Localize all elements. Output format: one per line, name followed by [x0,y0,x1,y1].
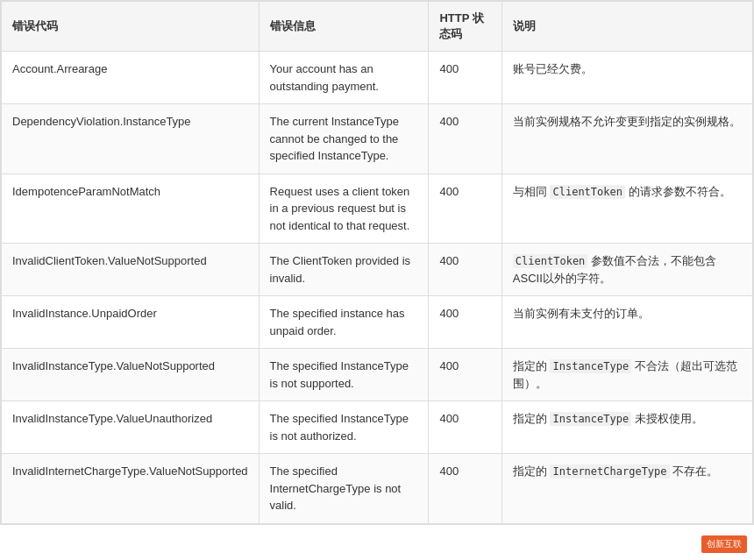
cell-desc: 与相同 ClientToken 的请求参数不符合。 [501,174,752,244]
table-row: Account.ArrearageYour account has an out… [2,52,753,104]
cell-desc: 指定的 InstanceType 不合法（超出可选范围）。 [501,349,752,401]
cell-http: 400 [429,174,501,244]
cell-message: The specified InstanceType is not suppor… [259,349,429,401]
cell-desc: ClientToken 参数值不合法，不能包含ASCII以外的字符。 [501,244,752,296]
cell-message: The specified instance has unpaid order. [259,296,429,349]
cell-http: 400 [429,454,501,524]
table-row: InvalidInstance.UnpaidOrderThe specified… [2,296,753,349]
error-table: 错误代码 错误信息 HTTP 状态码 说明 Account.ArrearageY… [1,1,753,524]
table-row: InvalidClientToken.ValueNotSupportedThe … [2,244,753,296]
cell-code: InvalidInternetChargeType.ValueNotSuppor… [2,454,260,524]
table-row: InvalidInstanceType.ValueNotSupportedThe… [2,349,753,401]
cell-http: 400 [429,244,501,296]
cell-message: The specified InternetChargeType is not … [259,454,429,524]
table-header-row: 错误代码 错误信息 HTTP 状态码 说明 [2,2,753,52]
cell-code: IdempotenceParamNotMatch [2,174,260,244]
monospace-text: InternetChargeType [550,464,669,478]
cell-code: Account.Arrearage [2,52,260,104]
table-row: InvalidInstanceType.ValueUnauthorizedThe… [2,401,753,454]
header-http: HTTP 状态码 [429,2,501,52]
header-code: 错误代码 [2,2,260,52]
cell-http: 400 [429,349,501,401]
cell-http: 400 [429,52,501,104]
cell-code: InvalidInstanceType.ValueNotSupported [2,349,260,401]
header-message: 错误信息 [259,2,429,52]
table-row: DependencyViolation.InstanceTypeThe curr… [2,104,753,174]
monospace-text: ClientToken [550,185,624,199]
header-desc: 说明 [501,2,752,52]
cell-code: InvalidInstanceType.ValueUnauthorized [2,401,260,454]
table-row: IdempotenceParamNotMatchRequest uses a c… [2,174,753,244]
cell-desc: 当前实例有未支付的订单。 [501,296,752,349]
monospace-text: ClientToken [513,254,587,268]
cell-code: InvalidClientToken.ValueNotSupported [2,244,260,296]
monospace-text: InstanceType [550,359,631,373]
cell-message: The current InstanceType cannot be chang… [259,104,429,174]
table-body: Account.ArrearageYour account has an out… [2,52,753,524]
cell-desc: 指定的 InstanceType 未授权使用。 [501,401,752,454]
cell-message: Your account has an outstanding payment. [259,52,429,104]
cell-code: InvalidInstance.UnpaidOrder [2,296,260,349]
cell-message: Request uses a client token in a previou… [259,174,429,244]
error-table-container: 错误代码 错误信息 HTTP 状态码 说明 Account.ArrearageY… [0,0,754,525]
cell-message: The specified InstanceType is not author… [259,401,429,454]
cell-code: DependencyViolation.InstanceType [2,104,260,174]
cell-http: 400 [429,104,501,174]
cell-desc: 指定的 InternetChargeType 不存在。 [501,454,752,524]
monospace-text: InstanceType [550,412,631,426]
cell-http: 400 [429,296,501,349]
table-row: InvalidInternetChargeType.ValueNotSuppor… [2,454,753,524]
cell-http: 400 [429,401,501,454]
cell-message: The ClientToken provided is invalid. [259,244,429,296]
cell-desc: 当前实例规格不允许变更到指定的实例规格。 [501,104,752,174]
cell-desc: 账号已经欠费。 [501,52,752,104]
